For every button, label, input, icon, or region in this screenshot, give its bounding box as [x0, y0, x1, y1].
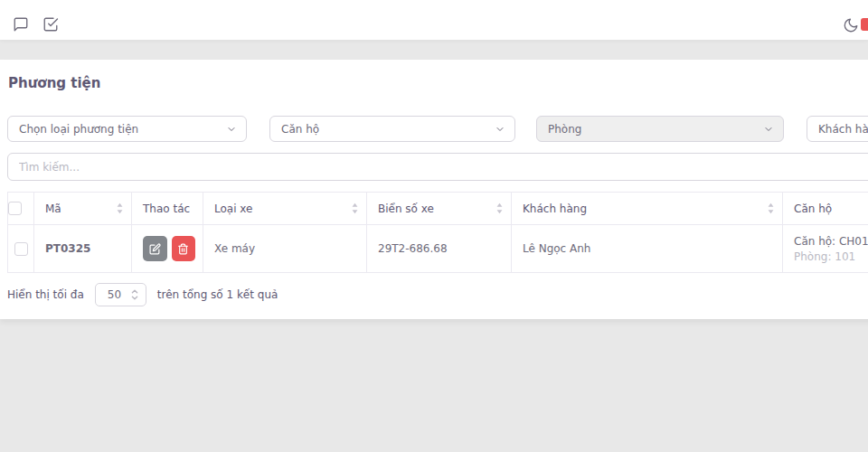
- sort-icon[interactable]: [116, 202, 124, 214]
- column-header-label: Căn hộ: [794, 202, 832, 215]
- table-header-row: Mã Thao tác Loại xe Biển số xe: [8, 193, 868, 225]
- vehicle-type-select-label: Chọn loại phương tiện: [19, 123, 138, 136]
- vehicles-table: Mã Thao tác Loại xe Biển số xe: [7, 192, 868, 273]
- search-input[interactable]: [7, 153, 868, 181]
- column-header-customer[interactable]: Khách hàng: [512, 193, 783, 225]
- content-card: Phương tiện Chọn loại phương tiện Căn hộ…: [0, 60, 868, 319]
- column-header-label: Thao tác: [143, 202, 190, 215]
- column-header-actions: Thao tác: [132, 193, 203, 225]
- sort-icon[interactable]: [767, 202, 775, 214]
- apartment-value: Căn hộ: CH01: [794, 233, 868, 250]
- chevron-down-icon: [763, 124, 774, 135]
- vehicle-type-select[interactable]: Chọn loại phương tiện: [7, 116, 247, 142]
- red-badge[interactable]: [861, 18, 868, 31]
- sort-icon[interactable]: [495, 202, 504, 214]
- table-footer: Hiển thị tối đa 50 trên tổng số 1 kết qu…: [7, 282, 278, 307]
- table-row: PT0325: [8, 225, 868, 273]
- room-select-label: Phòng: [548, 123, 581, 136]
- column-header-label: Khách hàng: [523, 202, 587, 215]
- column-header-code[interactable]: Mã: [34, 193, 132, 225]
- select-all-checkbox[interactable]: [8, 202, 22, 215]
- sort-icon[interactable]: [351, 202, 359, 214]
- stepper-arrows-icon: [130, 288, 139, 301]
- page: { "navbar": { "left_icons": ["message-sq…: [0, 0, 868, 452]
- total-results-label: trên tổng số 1 kết quả: [157, 288, 278, 301]
- column-header-apartment[interactable]: Căn hộ: [783, 193, 868, 225]
- moon-icon[interactable]: [843, 17, 859, 33]
- chevron-down-icon: [495, 124, 505, 135]
- apartment-select[interactable]: Căn hộ: [269, 116, 515, 142]
- message-square-icon[interactable]: [13, 16, 29, 33]
- license-plate-cell: 29T2-686.68: [367, 225, 512, 273]
- apartment-cell: Căn hộ: CH01 Phòng: 101: [783, 225, 868, 273]
- top-navbar: [0, 0, 868, 40]
- delete-button[interactable]: [172, 236, 196, 261]
- page-size-value: 50: [108, 288, 121, 301]
- room-value: Phòng: 101: [794, 250, 868, 265]
- row-checkbox[interactable]: [14, 242, 28, 256]
- page-title: Phương tiện: [8, 75, 100, 91]
- vehicle-type-cell: Xe máy: [203, 225, 367, 273]
- edit-button[interactable]: [143, 236, 167, 261]
- page-size-prefix-label: Hiển thị tối đa: [7, 288, 84, 301]
- check-square-icon[interactable]: [42, 16, 59, 33]
- chevron-down-icon: [226, 124, 237, 135]
- column-header-label: Loại xe: [214, 202, 252, 215]
- column-header-label: Mã: [45, 202, 61, 215]
- trash-icon: [177, 243, 189, 255]
- column-header-label: Biển số xe: [378, 202, 434, 215]
- column-header-license-plate[interactable]: Biển số xe: [367, 193, 512, 225]
- apartment-select-label: Căn hộ: [281, 123, 319, 136]
- column-header-vehicle-type[interactable]: Loại xe: [203, 193, 367, 225]
- customer-cell: Lê Ngọc Anh: [512, 225, 783, 273]
- customer-select[interactable]: Khách hàng: [807, 116, 868, 142]
- vehicle-code[interactable]: PT0325: [34, 225, 132, 273]
- customer-select-label: Khách hàng: [818, 123, 868, 136]
- edit-icon: [149, 243, 161, 255]
- room-select[interactable]: Phòng: [536, 116, 784, 142]
- page-size-stepper[interactable]: 50: [95, 283, 146, 306]
- actions-cell: [132, 225, 203, 273]
